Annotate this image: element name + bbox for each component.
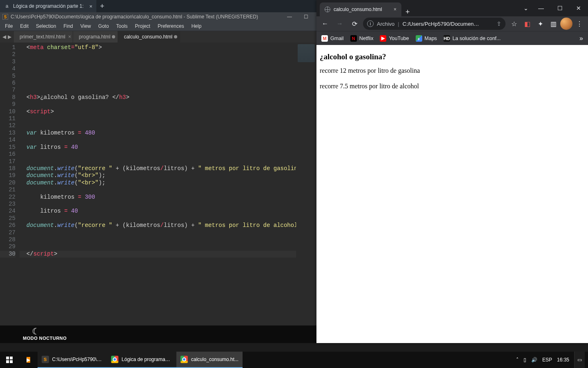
- svg-rect-0: [6, 357, 9, 359]
- sublime-title: C:\Users\PcHp5790\Documents\logica de pr…: [11, 14, 281, 20]
- tab-favicon: a: [4, 3, 10, 9]
- tab-hist-back-icon[interactable]: ◀: [2, 34, 6, 40]
- hd-icon: HD: [443, 35, 450, 42]
- globe-icon: [325, 7, 330, 12]
- extensions-icon[interactable]: ✦: [534, 18, 546, 30]
- menu-goto[interactable]: Goto: [95, 22, 112, 30]
- menu-edit[interactable]: Edit: [17, 22, 32, 30]
- chrome-titlebar[interactable]: calculo_consumo.html × + ⌄ — ☐ ✕: [316, 0, 588, 16]
- site-info-icon[interactable]: i: [367, 20, 374, 27]
- bookmark-maps[interactable]: ⬨Maps: [416, 35, 437, 42]
- tab-label: calculo_consumo.html: [124, 34, 172, 40]
- tab-label: programa.html: [79, 34, 110, 40]
- avatar[interactable]: [560, 18, 572, 30]
- sublime-tabbar: ◀ ▶ primer_text.html.html × programa.htm…: [0, 31, 316, 43]
- new-os-tab[interactable]: +: [96, 0, 108, 12]
- close-icon[interactable]: ×: [89, 3, 93, 9]
- sublime-menubar: File Edit Selection Find View Goto Tools…: [0, 21, 316, 31]
- tray-chevron-icon[interactable]: ˄: [516, 357, 519, 363]
- sublime-window: S C:\Users\PcHp5790\Documents\logica de …: [0, 12, 316, 335]
- nav-back-icon[interactable]: ←: [319, 18, 331, 30]
- maps-icon: ⬨: [416, 35, 422, 42]
- chrome-toolbar: ← → ⟳ i Archivo | C:/Users/PcHp5790/Docu…: [316, 16, 588, 31]
- bookmark-youtube[interactable]: ▶YouTube: [380, 35, 409, 42]
- bookmark-label: Maps: [425, 36, 437, 41]
- ime-indicator[interactable]: ESP: [542, 357, 552, 363]
- code-editor[interactable]: <meta charset="utf-8"> <h3>¿alcohol o ga…: [20, 43, 296, 326]
- rendered-page: ¿alcohol o gasolina? recorre 12 metros p…: [316, 45, 588, 343]
- media-app-icon: ▶: [27, 357, 30, 363]
- tab-hist-fwd-icon[interactable]: ▶: [8, 34, 11, 40]
- night-mode-widget[interactable]: ☾ MODO NOCTURNO: [0, 325, 316, 343]
- sublime-titlebar[interactable]: S C:\Users\PcHp5790\Documents\logica de …: [0, 12, 316, 21]
- menu-project[interactable]: Project: [132, 22, 154, 30]
- action-center-icon[interactable]: ▭: [574, 352, 585, 368]
- share-icon[interactable]: ⇪: [497, 20, 501, 27]
- menu-tools[interactable]: Tools: [113, 22, 131, 30]
- taskbar-app-chrome-1[interactable]: Lógica de programaci...: [107, 352, 176, 368]
- chrome-tab[interactable]: calculo_consumo.html ×: [320, 2, 401, 16]
- close-icon[interactable]: ×: [394, 7, 396, 12]
- sublime-app-icon: S: [2, 14, 8, 20]
- minimap[interactable]: [296, 43, 316, 326]
- page-line-alcohol: recorre 7.5 metros por litro de alcohol: [320, 83, 585, 90]
- editor-tab-programa[interactable]: programa.html: [73, 31, 118, 43]
- sublime-icon: S: [42, 356, 49, 363]
- svg-rect-1: [10, 357, 13, 359]
- page-line-gasolina: recorre 12 metros por litro de gasolina: [320, 67, 585, 74]
- tab-search-icon[interactable]: ⌄: [520, 5, 532, 11]
- bookmark-netflix[interactable]: NNetflix: [350, 35, 374, 42]
- maximize-button[interactable]: ☐: [298, 12, 314, 21]
- reading-list-icon[interactable]: ◧: [521, 18, 533, 30]
- clock[interactable]: 16:35: [557, 357, 569, 363]
- bookmark-label: Netflix: [359, 36, 374, 41]
- dirty-dot-icon: [174, 35, 177, 38]
- bookmark-label: La solución de conf...: [452, 36, 501, 41]
- taskbar-app-chrome-2[interactable]: calculo_consumo.ht...: [176, 352, 243, 368]
- new-tab-button[interactable]: +: [401, 8, 414, 16]
- taskbar-app-sublime[interactable]: S C:\Users\PcHp5790\D...: [38, 352, 107, 368]
- omnibox-scheme: Archivo: [377, 21, 394, 27]
- minimap-viewport[interactable]: [298, 44, 315, 62]
- close-button[interactable]: ✕: [569, 0, 588, 16]
- menu-view[interactable]: View: [77, 22, 94, 30]
- menu-help[interactable]: Help: [188, 22, 205, 30]
- tab-label: primer_text.html.html: [20, 34, 65, 40]
- nav-forward-icon[interactable]: →: [334, 18, 346, 30]
- page-heading: ¿alcohol o gasolina?: [320, 52, 585, 61]
- menu-preferences[interactable]: Preferences: [154, 22, 187, 30]
- minimize-button[interactable]: —: [532, 0, 550, 16]
- side-panel-icon[interactable]: ▥: [547, 18, 559, 30]
- gmail-icon: M: [321, 35, 328, 42]
- youtube-icon: ▶: [380, 35, 386, 42]
- svg-rect-3: [10, 360, 13, 363]
- close-icon[interactable]: ×: [68, 34, 71, 40]
- maximize-button[interactable]: ☐: [550, 0, 569, 16]
- omnibox[interactable]: i Archivo | C:/Users/PcHp5790/Documen… ⇪: [363, 18, 506, 30]
- reload-icon[interactable]: ⟳: [348, 18, 361, 30]
- taskbar: ▶ S C:\Users\PcHp5790\D... Lógica de pro…: [0, 352, 588, 368]
- editor-tab-primer[interactable]: primer_text.html.html ×: [14, 31, 73, 43]
- menu-find[interactable]: Find: [60, 22, 76, 30]
- bookmark-star-icon[interactable]: ☆: [508, 18, 520, 30]
- menu-selection[interactable]: Selection: [33, 22, 59, 30]
- network-icon[interactable]: ▯: [523, 357, 526, 363]
- tab-title: Lógica de programación parte 1:: [13, 3, 84, 9]
- task-view-button[interactable]: ▶: [19, 352, 38, 368]
- bookmark-gmail[interactable]: MGmail: [321, 35, 344, 42]
- line-gutter[interactable]: 1234567891011121314151617181920212223242…: [0, 43, 20, 326]
- minimize-button[interactable]: —: [281, 12, 298, 21]
- volume-icon[interactable]: 🔊: [531, 357, 537, 363]
- svg-rect-2: [6, 360, 9, 363]
- menu-file[interactable]: File: [2, 22, 16, 30]
- start-button[interactable]: [0, 352, 19, 368]
- netflix-icon: N: [350, 35, 357, 42]
- bookmarks-overflow-icon[interactable]: »: [579, 35, 583, 42]
- chrome-icon: [180, 356, 188, 363]
- windows-icon: [6, 357, 13, 363]
- bookmark-hd[interactable]: HDLa solución de conf...: [443, 35, 501, 42]
- os-tab[interactable]: a Lógica de programación parte 1: ×: [0, 0, 96, 12]
- editor-tab-calculo[interactable]: calculo_consumo.html: [118, 31, 180, 43]
- os-tab-strip: a Lógica de programación parte 1: × +: [0, 0, 316, 12]
- chrome-menu-icon[interactable]: ⋮: [573, 18, 586, 30]
